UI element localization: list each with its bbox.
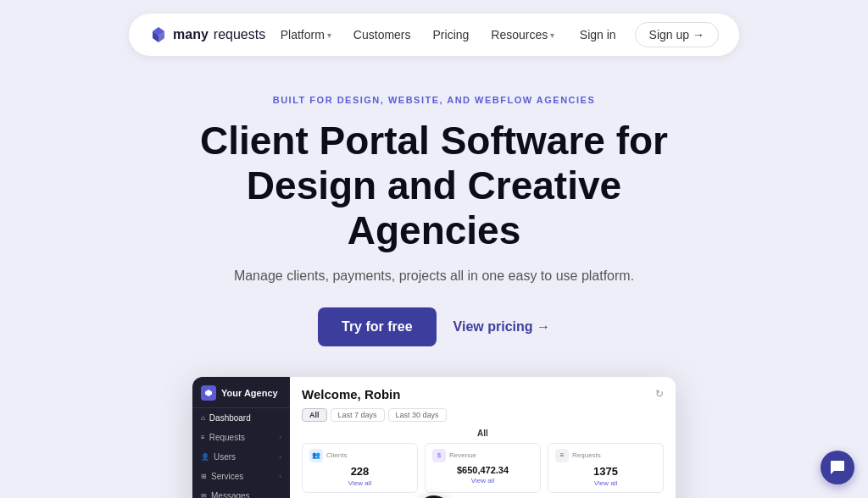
revenue-link[interactable]: View all [432,477,533,484]
sidebar-item-services[interactable]: ⊞ Services › [192,467,290,486]
hero-eyebrow: BUILT FOR DESIGN, WEBSITE, AND WEBFLOW A… [17,95,851,105]
filter-tabs: All Last 7 days Last 30 days [302,408,664,422]
nav-pricing[interactable]: Pricing [425,24,478,46]
message-icon: ✉ [201,492,207,498]
logo[interactable]: manyrequests [149,25,265,44]
stat-card-requests: ≡ Requests 1375 View all [548,443,664,493]
sidebar-item-messages[interactable]: ✉ Messages [192,486,290,498]
requests-value: 1375 [555,465,656,478]
sidebar-item-label: Services [211,472,243,481]
signup-button[interactable]: Sign up → [635,22,719,47]
filter-tab-30days[interactable]: Last 30 days [388,408,447,422]
clients-icon: 👥 [309,449,323,462]
dashboard-preview: Your Agency ⌂ Dashboard ≡ Requests › 👤 U… [192,377,676,498]
chat-bubble[interactable] [821,451,854,484]
clients-value: 228 [309,465,410,478]
filter-tab-all[interactable]: All [302,408,327,422]
try-free-button[interactable]: Try for free [318,307,437,346]
revenue-label: Revenue [449,451,476,459]
users-icon: 👤 [201,453,209,461]
hero-buttons: Try for free View pricing → [17,307,851,346]
chevron-right-icon: › [279,434,281,441]
sidebar-agency-name: Your Agency [221,388,278,398]
stats-row: 👥 Clients 228 View all $ Revenue $650,47… [302,443,664,493]
chevron-down-icon: ▾ [550,30,554,40]
clients-link[interactable]: View all [309,479,410,487]
logo-text-normal: requests [214,27,265,42]
stats-section-label: All [302,429,664,438]
sidebar-item-dashboard[interactable]: ⌂ Dashboard [192,408,290,428]
hero-section: BUILT FOR DESIGN, WEBSITE, AND WEBFLOW A… [0,69,868,498]
sidebar-item-users[interactable]: 👤 Users › [192,447,290,467]
chevron-right-icon: › [279,453,281,461]
nav-platform[interactable]: Platform ▾ [272,24,340,46]
sidebar-item-label: Users [214,452,236,462]
stat-card-revenue: $ Revenue $650,472.34 View all [425,443,541,493]
chevron-down-icon: ▾ [327,30,331,40]
sidebar-header: Your Agency [192,377,290,408]
sidebar-item-requests[interactable]: ≡ Requests › [192,428,290,447]
dashboard-topbar: Welcome, Robin ↻ [302,387,664,401]
requests-icon: ≡ [555,449,569,462]
requests-link[interactable]: View all [555,479,656,487]
revenue-value: $650,472.34 [432,465,533,475]
sidebar-logo-icon [201,385,216,401]
hero-title: Client Portal Software for Design and Cr… [180,119,688,253]
home-icon: ⌂ [201,414,205,422]
nav-customers[interactable]: Customers [345,24,420,46]
dashboard-sidebar: Your Agency ⌂ Dashboard ≡ Requests › 👤 U… [192,377,290,498]
nav-resources[interactable]: Resources ▾ [482,24,563,46]
hero-subtitle: Manage clients, payments, projects all i… [17,268,851,284]
sidebar-item-label: Messages [211,491,250,498]
welcome-heading: Welcome, Robin [302,387,400,401]
clients-label: Clients [326,451,347,459]
revenue-icon: $ [432,449,446,462]
chevron-right-icon: › [279,473,281,480]
list-icon: ≡ [201,434,205,441]
requests-label: Requests [572,451,601,459]
logo-text-bold: many [173,27,209,42]
filter-tab-7days[interactable]: Last 7 days [331,408,385,422]
grid-icon: ⊞ [201,473,207,480]
stat-card-clients: 👥 Clients 228 View all [302,443,418,493]
refresh-icon[interactable]: ↻ [655,388,664,400]
nav-links: Platform ▾ Customers Pricing Resources ▾ [272,24,564,46]
nav-actions: Sign in Sign up → [570,22,719,47]
view-pricing-button[interactable]: View pricing → [453,319,550,335]
signin-button[interactable]: Sign in [570,23,626,47]
sidebar-item-label: Dashboard [209,413,251,423]
dashboard-main: Welcome, Robin ↻ All Last 7 days Last 30… [290,377,676,498]
sidebar-item-label: Requests [209,433,245,442]
navbar: manyrequests Platform ▾ Customers Pricin… [129,14,739,56]
